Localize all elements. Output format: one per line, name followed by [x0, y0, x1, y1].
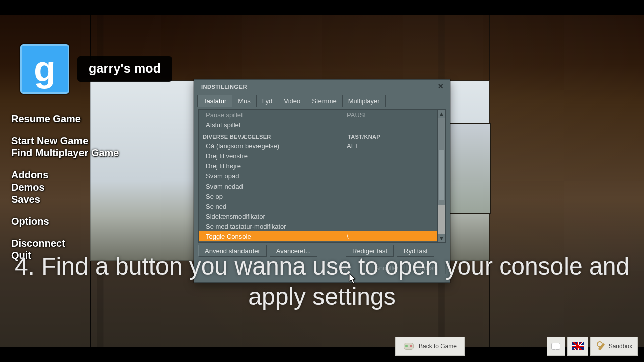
keybind-row[interactable]: Afslut spillet — [199, 120, 437, 130]
tab-stemme[interactable]: Stemme — [306, 95, 342, 107]
menu-resume[interactable]: Resume Game — [11, 113, 119, 124]
controller-icon — [404, 343, 414, 350]
keybind-row[interactable]: Drej til venstre — [199, 151, 437, 161]
back-to-game-button[interactable]: Back to Game — [395, 337, 465, 356]
menu-demos[interactable]: Demos — [11, 182, 119, 193]
menu-find-multiplayer[interactable]: Find Multiplayer Game — [11, 147, 119, 158]
flag-uk-icon — [572, 342, 584, 350]
keybind-row[interactable]: Pause spillet PAUSE — [199, 110, 437, 120]
keybind-row[interactable]: Se op — [199, 191, 437, 201]
keybind-row[interactable]: Gå (langsom bevægelse) ALT — [199, 141, 437, 151]
wrench-icon — [596, 342, 605, 351]
keybind-row[interactable]: Se med tastatur-modifikator — [199, 221, 437, 231]
scroll-down-icon[interactable]: ▼ — [438, 234, 445, 242]
scroll-up-icon[interactable]: ▲ — [438, 110, 445, 118]
chat-button[interactable] — [547, 337, 565, 356]
scrollbar[interactable]: ▲ ▼ — [437, 110, 445, 242]
dialog-title: INDSTILLINGER — [201, 84, 247, 90]
keybind-row-selected[interactable]: Toggle Console \ — [199, 231, 437, 241]
tab-lyd[interactable]: Lyd — [256, 95, 278, 107]
tab-mus[interactable]: Mus — [232, 95, 257, 107]
menu-start-new-game[interactable]: Start New Game — [11, 135, 119, 146]
dialog-tabs: Tastatur Mus Lyd Video Stemme Multiplaye… — [194, 94, 450, 107]
speech-icon — [551, 343, 560, 350]
menu-saves[interactable]: Saves — [11, 194, 119, 205]
keybind-row[interactable]: Svøm opad — [199, 171, 437, 181]
close-icon[interactable]: × — [436, 82, 446, 92]
menu-disconnect[interactable]: Disconnect — [11, 238, 119, 249]
menu-options[interactable]: Options — [11, 216, 119, 227]
scroll-thumb[interactable] — [439, 150, 444, 200]
main-menu: Resume Game Start New Game Find Multipla… — [11, 113, 119, 272]
letterbox-top — [0, 0, 644, 15]
keybind-row[interactable]: Drej til højre — [199, 161, 437, 171]
keybind-row[interactable]: Sidelænsmodifikator — [199, 211, 437, 221]
game-logo: g — [20, 44, 69, 94]
keybind-list: Pause spillet PAUSE Afslut spillet DIVER… — [198, 109, 446, 243]
menu-addons[interactable]: Addons — [11, 169, 119, 180]
tab-tastatur[interactable]: Tastatur — [197, 95, 232, 107]
tab-video[interactable]: Video — [278, 95, 306, 107]
tutorial-caption: 4. Find a button you wanna use to open y… — [0, 251, 644, 312]
language-button[interactable] — [567, 337, 588, 356]
gamemode-button[interactable]: Sandbox — [590, 337, 638, 356]
keybind-category: DIVERSE BEVÆGELSER TAST/KNAP — [199, 132, 437, 141]
keybind-row[interactable]: Svøm nedad — [199, 181, 437, 191]
keybind-row[interactable]: Se ned — [199, 201, 437, 211]
tab-multiplayer[interactable]: Multiplayer — [342, 95, 386, 107]
game-title: garry's mod — [77, 56, 172, 82]
